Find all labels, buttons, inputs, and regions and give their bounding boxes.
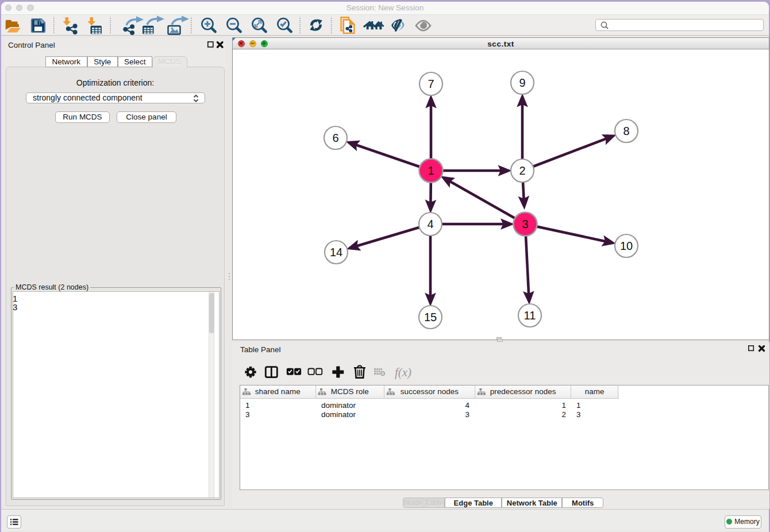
svg-text:15: 15	[424, 311, 437, 323]
svg-text:2: 2	[519, 164, 525, 177]
svg-text:6: 6	[332, 132, 338, 144]
svg-text:11: 11	[524, 309, 536, 322]
svg-text:1: 1	[428, 164, 434, 177]
svg-text:4: 4	[427, 218, 433, 230]
svg-text:10: 10	[620, 240, 633, 252]
svg-text:14: 14	[330, 246, 342, 259]
svg-text:3: 3	[522, 218, 528, 230]
svg-text:9: 9	[519, 76, 525, 89]
svg-text:8: 8	[623, 125, 629, 137]
svg-text:7: 7	[428, 78, 434, 90]
svg-text:f(x): f(x)	[395, 365, 411, 379]
